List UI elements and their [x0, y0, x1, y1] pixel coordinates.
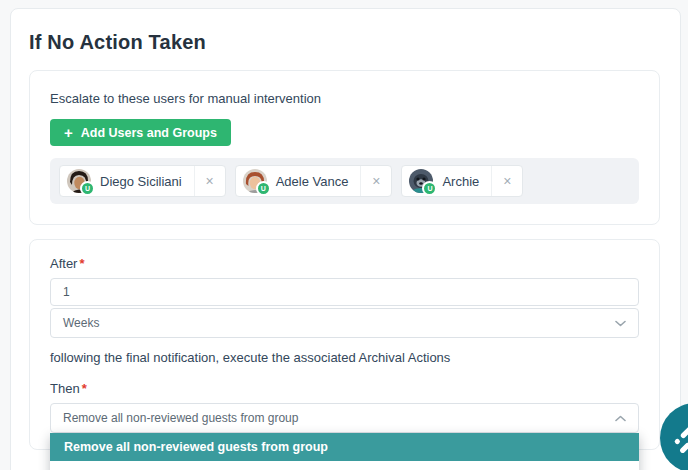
dropdown-option-remove-guests[interactable]: Remove all non-reviewed guests from grou… — [50, 433, 639, 461]
user-chip-adele: U Adele Vance × — [235, 165, 393, 197]
close-icon: × — [372, 173, 380, 189]
avatar-wrap: U — [409, 169, 433, 193]
remove-user-button[interactable]: × — [360, 166, 391, 196]
add-users-and-groups-label: Add Users and Groups — [81, 126, 217, 140]
duration-unit-value: Weeks — [63, 316, 99, 330]
duration-amount-input[interactable] — [50, 278, 639, 306]
user-chip-diego: U Diego Siciliani × — [59, 165, 226, 197]
chevron-up-icon — [615, 415, 626, 422]
then-label: Then* — [50, 381, 639, 396]
close-icon: × — [206, 173, 214, 189]
remove-user-button[interactable]: × — [491, 166, 522, 196]
required-asterisk: * — [82, 381, 87, 396]
chevron-down-icon — [615, 320, 626, 327]
user-chip-name: Adele Vance — [276, 174, 349, 189]
then-select[interactable]: Remove all non-reviewed guests from grou… — [50, 403, 639, 433]
required-asterisk: * — [79, 256, 84, 271]
plus-icon: + — [64, 125, 73, 140]
escalation-section: Escalate to these users for manual inter… — [29, 70, 660, 225]
user-chip-name: Archie — [442, 174, 479, 189]
after-label: After* — [50, 256, 639, 271]
selected-users-list: U Diego Siciliani × — [50, 158, 639, 204]
page-title: If No Action Taken — [29, 31, 660, 54]
then-options-dropdown: Remove all non-reviewed guests from grou… — [50, 433, 639, 470]
timing-section: After* Weeks following the final notific… — [29, 239, 660, 450]
guest-badge: U — [256, 181, 271, 196]
avatar-wrap: U — [67, 169, 91, 193]
add-users-and-groups-button[interactable]: + Add Users and Groups — [50, 119, 231, 146]
timing-note: following the final notification, execut… — [50, 350, 639, 365]
if-no-action-card: If No Action Taken Escalate to these use… — [10, 8, 681, 470]
then-select-value: Remove all non-reviewed guests from grou… — [63, 411, 298, 425]
close-icon: × — [503, 173, 511, 189]
guest-badge: U — [422, 181, 437, 196]
user-chip-archie: U Archie × — [401, 165, 523, 197]
brand-logo — [659, 402, 688, 470]
guest-badge: U — [80, 181, 95, 196]
then-select-wrap: Remove all non-reviewed guests from grou… — [50, 403, 639, 433]
avatar-wrap: U — [243, 169, 267, 193]
duration-unit-select[interactable]: Weeks — [50, 308, 639, 338]
user-chip-name: Diego Siciliani — [100, 174, 182, 189]
dropdown-option-leave-guests[interactable]: Leave all non-reviewed guests in place — [50, 461, 639, 470]
screen: If No Action Taken Escalate to these use… — [0, 0, 688, 470]
remove-user-button[interactable]: × — [194, 166, 225, 196]
escalation-description: Escalate to these users for manual inter… — [50, 91, 639, 106]
